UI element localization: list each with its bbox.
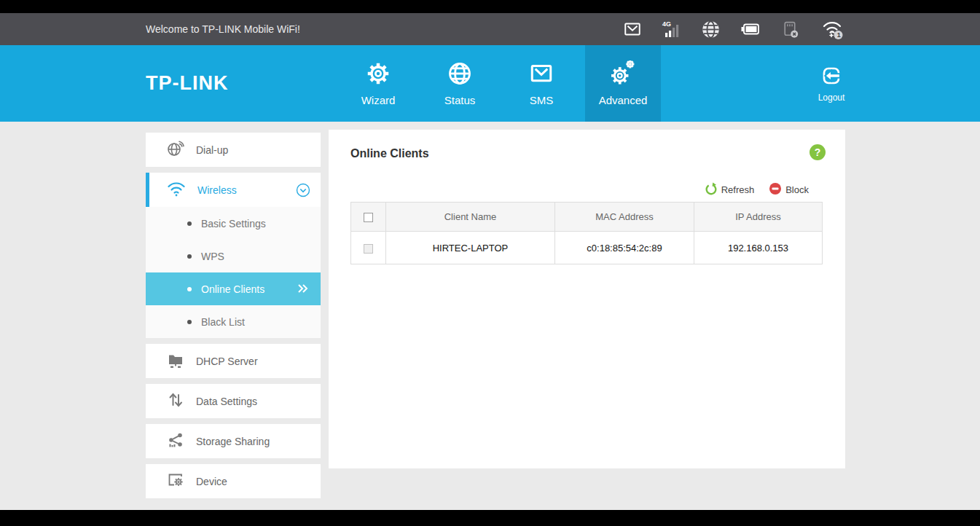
mail-icon xyxy=(528,60,554,90)
block-icon xyxy=(769,182,782,197)
sidebar-item-wireless[interactable]: Wireless xyxy=(146,173,321,207)
wifi-icon xyxy=(166,179,187,201)
client-name-cell: HIRTEC-LAPTOP xyxy=(386,232,555,264)
sidebar-item-storage-sharing[interactable]: Storage Sharing xyxy=(146,424,321,458)
sidebar-item-black-list[interactable]: Black List xyxy=(146,305,321,338)
mac-address-cell: c0:18:85:54:2c:89 xyxy=(555,232,694,264)
logout-label: Logout xyxy=(818,93,845,103)
screen: Welcome to TP-LINK Mobile WiFi! 4G xyxy=(0,0,980,526)
nav-label: SMS xyxy=(530,94,554,106)
sidebar-item-label: Online Clients xyxy=(201,283,264,295)
block-button[interactable]: Block xyxy=(769,182,809,197)
svg-text:1: 1 xyxy=(837,31,841,39)
tp-link-logo: TP-LINK xyxy=(146,45,228,122)
gear-icon xyxy=(365,60,391,90)
sidebar-item-online-clients[interactable]: Online Clients xyxy=(146,272,321,305)
refresh-button[interactable]: Refresh xyxy=(705,182,755,197)
globe-signal-icon xyxy=(166,139,185,161)
status-icons: 4G xyxy=(622,13,845,45)
sidebar-item-dial-up[interactable]: Dial-up xyxy=(146,133,321,167)
bottom-black-strip xyxy=(0,510,980,526)
content-area: Dial-up Wireless xyxy=(0,122,980,510)
sidebar-item-label: Black List xyxy=(201,316,245,328)
nav-label: Status xyxy=(444,94,476,106)
sidebar-item-label: Device xyxy=(196,476,227,487)
globe-icon xyxy=(447,60,473,90)
status-bar: Welcome to TP-LINK Mobile WiFi! 4G xyxy=(0,13,980,45)
sidebar-item-label: Storage Sharing xyxy=(196,436,270,447)
tab-sms[interactable]: SMS xyxy=(503,45,579,122)
col-header-mac-address: MAC Address xyxy=(555,203,694,232)
double-chevron-right-icon xyxy=(296,283,309,297)
select-all-checkbox[interactable] xyxy=(364,213,373,222)
sidebar-item-device[interactable]: Device xyxy=(146,464,321,498)
tab-wizard[interactable]: Wizard xyxy=(340,45,416,122)
signal-4g-icon: 4G xyxy=(662,19,682,39)
table-header-row: Client Name MAC Address IP Address xyxy=(351,203,823,232)
table-row: HIRTEC-LAPTOP c0:18:85:54:2c:89 192.168.… xyxy=(351,232,823,264)
bullet-icon xyxy=(187,287,192,291)
sidebar-item-label: Data Settings xyxy=(196,396,257,407)
logout-icon xyxy=(820,64,843,90)
refresh-label: Refresh xyxy=(721,184,755,195)
bullet-icon xyxy=(187,221,192,226)
wifi-clients-icon: 1 xyxy=(819,18,845,40)
col-header-client-name: Client Name xyxy=(386,203,555,232)
double-gear-icon xyxy=(608,60,638,90)
row-checkbox[interactable] xyxy=(364,244,373,254)
select-all-cell xyxy=(351,203,386,232)
sidebar-item-label: Wireless xyxy=(197,184,237,196)
device-gear-icon xyxy=(166,471,185,492)
sidebar-item-label: Basic Settings xyxy=(201,218,266,229)
sidebar-item-label: WPS xyxy=(201,251,224,262)
welcome-text: Welcome to TP-LINK Mobile WiFi! xyxy=(146,23,300,35)
online-clients-table: Client Name MAC Address IP Address HIRTE… xyxy=(350,202,823,264)
server-folder-icon xyxy=(166,350,185,372)
header: TP-LINK Wizard xyxy=(0,45,980,122)
sidebar-item-label: Dial-up xyxy=(196,144,228,156)
globe-icon xyxy=(701,20,721,39)
main-panel: Online Clients ? Refresh xyxy=(329,130,845,468)
col-header-ip-address: IP Address xyxy=(694,203,823,232)
sidebar-item-dhcp-server[interactable]: DHCP Server xyxy=(146,344,321,378)
tab-status[interactable]: Status xyxy=(422,45,498,122)
sidebar-item-basic-settings[interactable]: Basic Settings xyxy=(146,207,321,240)
sidebar-item-wps[interactable]: WPS xyxy=(146,240,321,272)
main-nav: Wizard Status xyxy=(340,45,661,122)
toolbar: Refresh Block xyxy=(705,182,809,197)
sidebar-item-data-settings[interactable]: Data Settings xyxy=(146,384,321,418)
bullet-icon xyxy=(187,320,192,324)
up-down-arrows-icon xyxy=(166,390,185,412)
help-button[interactable]: ? xyxy=(810,144,826,160)
sidebar-item-label: DHCP Server xyxy=(196,356,258,367)
refresh-icon xyxy=(705,182,718,197)
block-label: Block xyxy=(785,184,809,195)
page-title: Online Clients xyxy=(350,147,429,160)
sd-card-disabled-icon xyxy=(780,20,800,39)
sidebar: Dial-up Wireless xyxy=(146,133,321,504)
logout-button[interactable]: Logout xyxy=(807,45,855,122)
ip-address-cell: 192.168.0.153 xyxy=(694,232,823,264)
tab-advanced[interactable]: Advanced xyxy=(585,45,661,122)
wireless-submenu: Basic Settings WPS Online Clients xyxy=(146,207,321,338)
top-black-strip xyxy=(0,0,980,13)
nav-label: Advanced xyxy=(599,94,648,106)
bullet-icon xyxy=(187,254,192,259)
svg-text:4G: 4G xyxy=(662,20,671,28)
nav-label: Wizard xyxy=(361,94,396,106)
share-nodes-icon xyxy=(166,431,185,452)
battery-icon xyxy=(740,20,761,38)
mail-icon xyxy=(622,20,643,39)
row-select-cell xyxy=(351,232,386,264)
chevron-down-circle-icon[interactable] xyxy=(296,183,310,200)
